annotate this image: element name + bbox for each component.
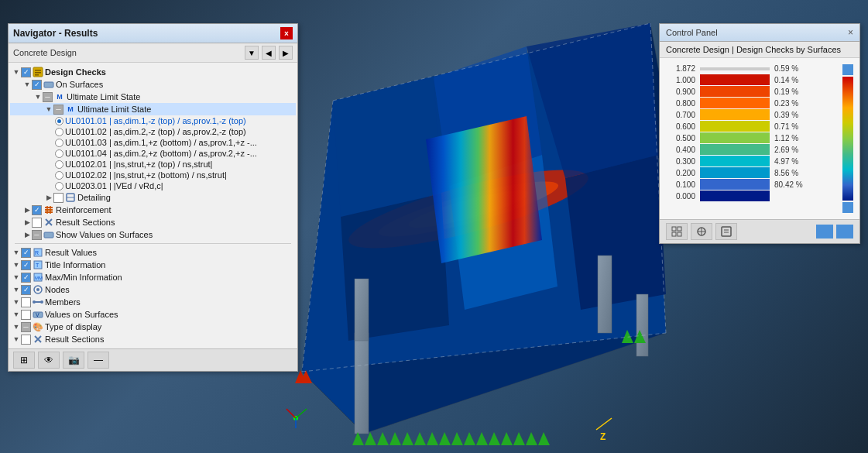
label-values-surfaces: Values on Surfaces — [45, 310, 118, 319]
toggle-reinforcement[interactable]: ▶ — [22, 206, 32, 214]
svg-marker-13 — [426, 116, 542, 263]
tree-item-reinforcement[interactable]: ▶ ✓ Reinforcement — [10, 204, 296, 216]
cp-btn-export[interactable] — [715, 223, 737, 240]
tree-item-type-display[interactable]: ▼ ─ 🎨 Type of display — [10, 321, 296, 333]
tree-item-maxmin-info[interactable]: ▼ ✓ MM Max/Min Information — [10, 271, 296, 283]
tree-item-uls-child[interactable]: ▼ ─ M Ultimate Limit State — [10, 103, 296, 115]
tree-item-show-values[interactable]: ▶ ─ Show Values on Surfaces — [10, 228, 296, 241]
toolbar-next-button[interactable]: ▶ — [279, 46, 293, 60]
toggle-values-surfaces[interactable]: ▼ — [12, 311, 21, 318]
tree-item-values-surfaces[interactable]: ▼ V Values on Surfaces — [10, 308, 296, 321]
bottom-btn-line[interactable]: — — [87, 352, 109, 369]
tree-item-detailing[interactable]: ▶ Detailing — [10, 191, 296, 204]
cp-subtitle: Concrete Design | Design Checks by Surfa… — [660, 42, 859, 58]
icon-reinforcement — [43, 204, 54, 215]
svg-line-43 — [596, 418, 612, 430]
toggle-on-surfaces[interactable]: ▼ — [22, 81, 32, 88]
svg-point-72 — [36, 288, 39, 291]
toggle-uls-child[interactable]: ▼ — [44, 105, 53, 113]
label-maxmin-info: Max/Min Information — [45, 273, 122, 282]
checkbox-result-sections2[interactable] — [21, 335, 31, 345]
cp-btn-grid[interactable] — [666, 223, 688, 240]
tree-item-result-values[interactable]: ▼ ✓ R Result Values — [10, 246, 296, 259]
toggle-result-values[interactable]: ▼ — [12, 249, 21, 256]
bottom-btn-camera[interactable]: 📷 — [63, 352, 84, 369]
navigator-titlebar: Navigator - Results × — [9, 24, 297, 43]
tree-item-ul0203-01[interactable]: UL0203.01 | |VEd / vRd,c| — [10, 180, 296, 191]
legend-bar-300 — [700, 156, 770, 166]
toggle-design-checks[interactable]: ▼ — [12, 68, 21, 76]
tree-item-title-info[interactable]: ▼ ✓ T Title Information — [10, 259, 296, 271]
svg-text:R: R — [35, 250, 39, 256]
tree-item-ul0101-04[interactable]: UL0101.04 | as,dim.2,+z (bottom) / as,pr… — [10, 148, 296, 159]
checkbox-uls-child[interactable]: ─ — [53, 105, 63, 115]
toggle-type-display[interactable]: ▼ — [12, 323, 21, 331]
checkbox-detailing[interactable] — [53, 193, 63, 203]
toggle-nodes[interactable]: ▼ — [12, 286, 21, 293]
legend-val-000: 0.000 — [666, 192, 695, 201]
checkbox-maxmin-info[interactable]: ✓ — [21, 273, 31, 283]
checkbox-type-display[interactable]: ─ — [21, 322, 31, 332]
toggle-title-info[interactable]: ▼ — [12, 261, 21, 269]
checkbox-result-sections[interactable] — [32, 218, 42, 228]
toggle-result-sections2[interactable]: ▼ — [12, 335, 21, 343]
legend-row-900: 0.900 0.19 % — [666, 86, 836, 97]
cp-btn-scale[interactable] — [691, 223, 712, 240]
toggle-uls-parent[interactable]: ▼ — [33, 93, 43, 101]
toggle-maxmin-info[interactable]: ▼ — [12, 273, 21, 281]
checkbox-on-surfaces[interactable]: ✓ — [32, 80, 42, 90]
tree-item-ul0101-03[interactable]: UL0101.03 | as,dim.1,+z (bottom) / as,pr… — [10, 137, 296, 148]
radio-ul0101-02[interactable] — [55, 128, 63, 136]
checkbox-reinforcement[interactable]: ✓ — [32, 205, 42, 215]
tree-item-design-checks[interactable]: ▼ ✓ Design Checks — [10, 66, 296, 78]
toolbar-expand-button[interactable]: ▼ — [245, 46, 259, 60]
tree-item-ul0101-01[interactable]: UL0101.01 | as,dim.1,-z (top) / as,prov.… — [10, 115, 296, 126]
checkbox-result-values[interactable]: ✓ — [21, 248, 31, 258]
svg-marker-33 — [538, 432, 550, 445]
tree-item-ul0101-02[interactable]: UL0101.02 | as,dim.2,-z (top) / as,prov.… — [10, 126, 296, 137]
bottom-btn-view[interactable]: 👁 — [38, 352, 60, 369]
label-ul0101-02: UL0101.02 | as,dim.2,-z (top) / as,prov.… — [65, 127, 246, 136]
toggle-result-sections[interactable]: ▶ — [22, 218, 32, 226]
icon-result-sections — [43, 217, 54, 228]
svg-rect-17 — [355, 279, 369, 341]
legend-row-700: 0.700 0.39 % — [666, 109, 836, 120]
legend-max-pct: 0.59 % — [774, 64, 798, 73]
svg-rect-52 — [35, 72, 41, 74]
checkbox-title-info[interactable]: ✓ — [21, 260, 31, 270]
radio-ul0102-02[interactable] — [55, 171, 63, 180]
checkbox-show-values[interactable]: ─ — [32, 230, 42, 240]
icon-nodes — [33, 284, 43, 295]
checkbox-values-surfaces[interactable] — [21, 310, 31, 320]
tree-item-ul0102-02[interactable]: UL0102.02 | |ns,strut,+z (bottom) / ns,s… — [10, 170, 296, 180]
radio-ul0203-01[interactable] — [55, 182, 63, 190]
legend-row-600: 0.600 0.71 % — [666, 121, 836, 132]
radio-ul0101-01[interactable] — [55, 117, 63, 125]
toolbar-prev-button[interactable]: ◀ — [262, 46, 276, 60]
tree-item-members[interactable]: ▼ Members — [10, 296, 296, 308]
tree-item-result-sections2[interactable]: ▼ Result Sections — [10, 333, 296, 345]
radio-ul0102-01[interactable] — [55, 160, 63, 169]
radio-ul0101-03[interactable] — [55, 139, 63, 147]
bottom-btn-grid[interactable]: ⊞ — [13, 352, 35, 369]
checkbox-uls-parent[interactable]: ─ — [43, 92, 53, 102]
svg-marker-10 — [565, 155, 666, 310]
toggle-detailing[interactable]: ▶ — [44, 194, 53, 201]
checkbox-design-checks[interactable]: ✓ — [21, 67, 31, 77]
navigator-close-button[interactable]: × — [280, 27, 293, 39]
checkbox-nodes[interactable]: ✓ — [21, 285, 31, 295]
toggle-show-values[interactable]: ▶ — [22, 231, 32, 239]
svg-marker-23 — [414, 432, 426, 445]
radio-ul0101-04[interactable] — [55, 149, 63, 158]
tree-item-on-surfaces[interactable]: ▼ ✓ On Surfaces — [10, 78, 296, 91]
tree-item-uls-parent[interactable]: ▼ ─ M Ultimate Limit State — [10, 91, 296, 103]
checkbox-members[interactable] — [21, 297, 31, 307]
toggle-members[interactable]: ▼ — [12, 298, 21, 306]
tree-item-result-sections[interactable]: ▶ Result Sections — [10, 216, 296, 228]
cp-close-button[interactable]: × — [848, 27, 853, 38]
tree-item-nodes[interactable]: ▼ ✓ Nodes — [10, 283, 296, 296]
cp-indicator-bottom — [842, 202, 853, 213]
navigator-bottom-toolbar: ⊞ 👁 📷 — — [9, 348, 297, 371]
svg-line-46 — [296, 409, 307, 418]
tree-item-ul0102-01[interactable]: UL0102.01 | |ns,strut,+z (top) / ns,stru… — [10, 159, 296, 170]
